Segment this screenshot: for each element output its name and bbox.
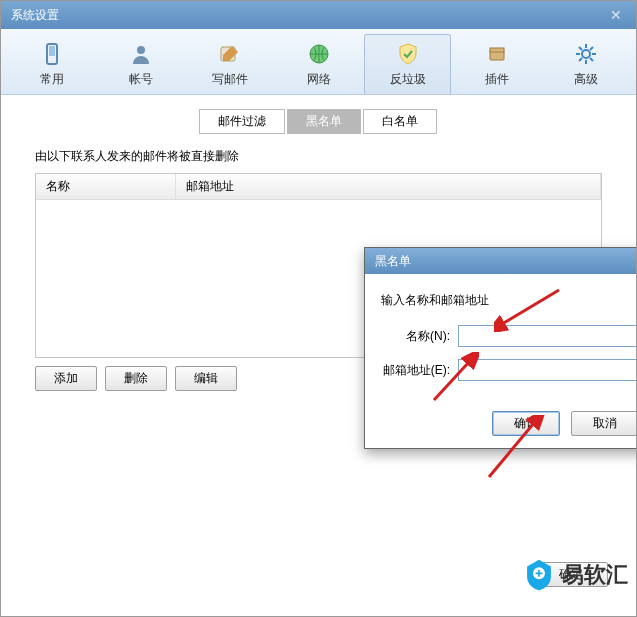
- shield-icon: [395, 41, 421, 67]
- toolbar-antispam-label: 反垃圾: [390, 71, 426, 88]
- watermark-icon: [522, 558, 556, 592]
- svg-point-2: [137, 46, 145, 54]
- email-input[interactable]: [458, 359, 637, 381]
- add-button[interactable]: 添加: [35, 366, 97, 391]
- watermark-text: 易软汇: [562, 560, 628, 590]
- dialog-actions: 确认 取消: [365, 403, 637, 448]
- svg-point-7: [582, 50, 590, 58]
- svg-line-13: [590, 58, 593, 61]
- window-title: 系统设置: [11, 7, 59, 24]
- plugin-icon: [484, 41, 510, 67]
- tab-filter[interactable]: 邮件过滤: [199, 109, 285, 134]
- toolbar-plugin[interactable]: 插件: [453, 34, 540, 94]
- blacklist-description: 由以下联系人发来的邮件将被直接删除: [35, 148, 602, 165]
- svg-line-12: [579, 47, 582, 50]
- email-label: 邮箱地址(E):: [381, 362, 458, 379]
- tab-whitelist[interactable]: 白名单: [363, 109, 437, 134]
- toolbar-compose[interactable]: 写邮件: [186, 34, 273, 94]
- toolbar-plugin-label: 插件: [485, 71, 509, 88]
- compose-icon: [217, 41, 243, 67]
- globe-icon: [306, 41, 332, 67]
- name-label: 名称(N):: [381, 328, 458, 345]
- close-icon: ✕: [610, 7, 622, 23]
- table-header: 名称 邮箱地址: [36, 174, 601, 200]
- close-button[interactable]: ✕: [602, 5, 630, 25]
- dialog-title: 黑名单: [375, 253, 411, 270]
- svg-line-15: [590, 47, 593, 50]
- column-name[interactable]: 名称: [36, 174, 176, 199]
- toolbar-general[interactable]: 常用: [8, 34, 95, 94]
- column-email[interactable]: 邮箱地址: [176, 174, 601, 199]
- dialog-titlebar: 黑名单: [365, 248, 637, 274]
- toolbar-general-label: 常用: [40, 71, 64, 88]
- toolbar-compose-label: 写邮件: [212, 71, 248, 88]
- tab-blacklist[interactable]: 黑名单: [287, 109, 361, 134]
- toolbar-advanced[interactable]: 高级: [542, 34, 629, 94]
- toolbar-network[interactable]: 网络: [275, 34, 362, 94]
- svg-rect-6: [490, 48, 504, 52]
- toolbar-account-label: 帐号: [129, 71, 153, 88]
- person-icon: [128, 41, 154, 67]
- subtabs: 邮件过滤 黑名单 白名单: [21, 109, 616, 134]
- dialog-cancel-button[interactable]: 取消: [571, 411, 637, 436]
- dialog-prompt: 输入名称和邮箱地址: [381, 292, 637, 309]
- toolbar-account[interactable]: 帐号: [97, 34, 184, 94]
- toolbar-advanced-label: 高级: [574, 71, 598, 88]
- blacklist-dialog: 黑名单 输入名称和邮箱地址 名称(N): 邮箱地址(E): 确认 取消: [364, 247, 637, 449]
- toolbar-network-label: 网络: [307, 71, 331, 88]
- svg-rect-1: [49, 46, 55, 56]
- window-titlebar: 系统设置 ✕: [1, 1, 636, 29]
- watermark: 易软汇: [522, 558, 628, 592]
- toolbar-antispam[interactable]: 反垃圾: [364, 34, 451, 94]
- phone-icon: [39, 41, 65, 67]
- gear-icon: [573, 41, 599, 67]
- edit-button[interactable]: 编辑: [175, 366, 237, 391]
- dialog-ok-button[interactable]: 确认: [492, 411, 560, 436]
- name-input[interactable]: [458, 325, 637, 347]
- toolbar: 常用 帐号 写邮件 网络 反垃圾 插件 高级: [1, 29, 636, 95]
- svg-line-14: [579, 58, 582, 61]
- remove-button[interactable]: 删除: [105, 366, 167, 391]
